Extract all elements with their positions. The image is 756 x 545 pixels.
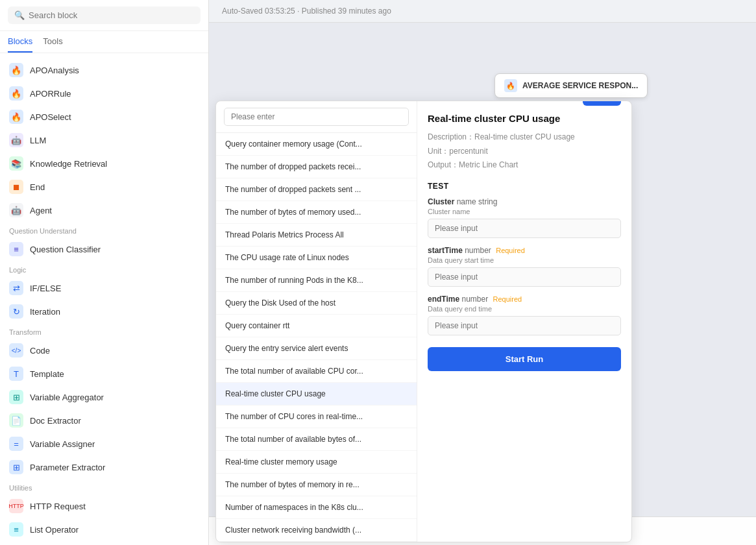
field-cluster-name: Cluster bbox=[428, 197, 454, 206]
ifelse-label: IF/ELSE bbox=[30, 284, 61, 293]
list-item[interactable]: Cluster network receiving bandwidth (... bbox=[216, 519, 417, 542]
aporule-icon: 🔥 bbox=[9, 86, 23, 101]
list-operator-label: List Operator bbox=[30, 525, 79, 535]
template-label: Template bbox=[30, 369, 64, 379]
sidebar-item-knowledge[interactable]: 📚 Knowledge Retrieval bbox=[0, 152, 208, 175]
sidebar-item-llm[interactable]: 🤖 LLM bbox=[0, 128, 208, 152]
sidebar-item-ifelse[interactable]: ⇄ IF/ELSE bbox=[0, 276, 208, 300]
list-item[interactable]: The number of dropped packets sent ... bbox=[216, 178, 417, 201]
tab-blocks[interactable]: Blocks bbox=[8, 36, 32, 53]
dropdown-panel: Query container memory usage (Cont... Th… bbox=[215, 101, 632, 542]
sidebar-item-code[interactable]: </> Code bbox=[0, 339, 208, 362]
agent-icon: 🤖 bbox=[9, 203, 23, 217]
field-endtime-desc: Data query end time bbox=[428, 305, 621, 313]
sidebar: 🔍 Blocks Tools 🔥 APOAnalysis 🔥 APORRule … bbox=[0, 0, 209, 545]
autosave-text: Auto-Saved 03:53:25 · Published 39 minut… bbox=[222, 6, 391, 16]
llm-label: LLM bbox=[30, 136, 46, 145]
use-button[interactable]: Use bbox=[583, 101, 621, 106]
ifelse-icon: ⇄ bbox=[9, 281, 23, 295]
llm-icon: 🤖 bbox=[9, 133, 23, 147]
list-item[interactable]: Query container memory usage (Cont... bbox=[216, 133, 417, 156]
field-endtime-type: number bbox=[461, 295, 490, 304]
sidebar-item-variable-assigner[interactable]: = Variable Assigner bbox=[0, 432, 208, 455]
list-item[interactable]: Real-time cluster memory usage bbox=[216, 451, 417, 474]
start-run-button[interactable]: Start Run bbox=[428, 347, 621, 371]
unit-label: Unit： bbox=[428, 147, 449, 156]
code-icon: </> bbox=[9, 343, 23, 357]
field-cluster-input[interactable] bbox=[428, 219, 621, 238]
sidebar-item-http-request[interactable]: HTTP HTTP Request bbox=[0, 494, 208, 518]
sidebar-item-parameter-extractor[interactable]: ⊞ Parameter Extractor bbox=[0, 455, 208, 479]
field-starttime-input[interactable] bbox=[428, 267, 621, 287]
template-icon: T bbox=[9, 367, 23, 381]
field-endtime-label: endTime number Required bbox=[428, 295, 621, 304]
field-cluster-nametype: name bbox=[457, 197, 478, 206]
tab-tools[interactable]: Tools bbox=[43, 36, 62, 53]
list-item[interactable]: The number of dropped packets recei... bbox=[216, 156, 417, 178]
list-item[interactable]: Query container rtt bbox=[216, 315, 417, 337]
sidebar-item-template[interactable]: T Template bbox=[0, 362, 208, 385]
field-cluster-label: Cluster name string bbox=[428, 197, 621, 206]
list-item[interactable]: The total number of available CPU cor... bbox=[216, 360, 417, 383]
parameter-extractor-icon: ⊞ bbox=[9, 460, 23, 474]
dropdown-list: Query container memory usage (Cont... Th… bbox=[216, 101, 417, 542]
detail-header: Real-time cluster CPU usage Use bbox=[428, 113, 621, 124]
variable-assigner-label: Variable Assigner bbox=[30, 439, 95, 449]
list-item[interactable]: Number of namespaces in the K8s clu... bbox=[216, 496, 417, 519]
sidebar-item-aposelect[interactable]: 🔥 APOSelect bbox=[0, 105, 208, 128]
sidebar-item-apoananlysis[interactable]: 🔥 APOAnalysis bbox=[0, 58, 208, 82]
sidebar-item-doc-extractor[interactable]: 📄 Doc Extractor bbox=[0, 409, 208, 432]
list-item[interactable]: The total number of available bytes of..… bbox=[216, 428, 417, 451]
field-endtime: endTime number Required Data query end t… bbox=[428, 295, 621, 335]
list-item[interactable]: The number of running Pods in the K8... bbox=[216, 269, 417, 292]
aposelect-label: APOSelect bbox=[30, 112, 71, 122]
section-logic: Logic bbox=[0, 261, 208, 276]
search-wrap: 🔍 bbox=[8, 6, 201, 24]
section-utilities: Utilities bbox=[0, 479, 208, 494]
sidebar-item-end[interactable]: ⏹ End bbox=[0, 175, 208, 199]
search-icon: 🔍 bbox=[14, 10, 25, 20]
sidebar-item-aporule[interactable]: 🔥 APORRule bbox=[0, 82, 208, 105]
question-classifier-icon: ≡ bbox=[9, 242, 23, 256]
dropdown-search bbox=[216, 101, 417, 133]
field-starttime-type: number bbox=[465, 246, 493, 255]
list-item[interactable]: Thread Polaris Metrics Process All bbox=[216, 224, 417, 247]
detail-panel: Real-time cluster CPU usage Use Descript… bbox=[417, 101, 631, 542]
list-item[interactable]: The number of bytes of memory in re... bbox=[216, 474, 417, 496]
section-question-understand: Question Understand bbox=[0, 222, 208, 237]
variable-aggregator-label: Variable Aggregator bbox=[30, 393, 104, 402]
field-starttime-required: Required bbox=[496, 247, 525, 254]
test-label: TEST bbox=[428, 182, 621, 191]
dropdown-search-input[interactable] bbox=[224, 108, 409, 126]
sidebar-item-list-operator[interactable]: ≡ List Operator bbox=[0, 518, 208, 541]
variable-assigner-icon: = bbox=[9, 437, 23, 451]
main-area: Auto-Saved 03:53:25 · Published 39 minut… bbox=[209, 0, 756, 545]
sidebar-content: 🔥 APOAnalysis 🔥 APORRule 🔥 APOSelect 🤖 L… bbox=[0, 53, 208, 545]
canvas-node-label: AVERAGE SERVICE RESPON... bbox=[522, 81, 638, 90]
field-endtime-input[interactable] bbox=[428, 316, 621, 335]
unit-value: percentunit bbox=[449, 147, 487, 156]
list-item[interactable]: The number of CPU cores in real-time... bbox=[216, 406, 417, 428]
end-label: End bbox=[30, 182, 45, 192]
desc-value: Real-time cluster CPU usage bbox=[474, 132, 575, 141]
list-item[interactable]: The CPU usage rate of Linux nodes bbox=[216, 247, 417, 269]
canvas[interactable]: 🔥 AVERAGE SERVICE RESPON... Query contai… bbox=[209, 23, 756, 545]
search-input[interactable] bbox=[29, 10, 194, 20]
list-item[interactable]: The number of bytes of memory used... bbox=[216, 201, 417, 224]
end-icon: ⏹ bbox=[9, 180, 23, 194]
list-item[interactable]: Query the entry service alert events bbox=[216, 337, 417, 360]
sidebar-item-agent[interactable]: 🤖 Agent bbox=[0, 199, 208, 222]
canvas-node-icon: 🔥 bbox=[504, 79, 517, 92]
list-item-selected[interactable]: Real-time cluster CPU usage bbox=[216, 383, 417, 406]
output-value: Metric Line Chart bbox=[459, 160, 518, 169]
sidebar-item-variable-aggregator[interactable]: ⊞ Variable Aggregator bbox=[0, 385, 208, 409]
list-item[interactable]: Query the Disk Used of the host bbox=[216, 292, 417, 315]
iteration-icon: ↻ bbox=[9, 304, 23, 319]
field-cluster: Cluster name string Cluster name bbox=[428, 197, 621, 238]
canvas-node[interactable]: 🔥 AVERAGE SERVICE RESPON... bbox=[494, 73, 648, 98]
sidebar-item-iteration[interactable]: ↻ Iteration bbox=[0, 300, 208, 323]
field-cluster-desc: Cluster name bbox=[428, 208, 621, 215]
dropdown-items: Query container memory usage (Cont... Th… bbox=[216, 133, 417, 542]
question-classifier-label: Question Classifier bbox=[30, 245, 101, 254]
sidebar-item-question-classifier[interactable]: ≡ Question Classifier bbox=[0, 237, 208, 261]
